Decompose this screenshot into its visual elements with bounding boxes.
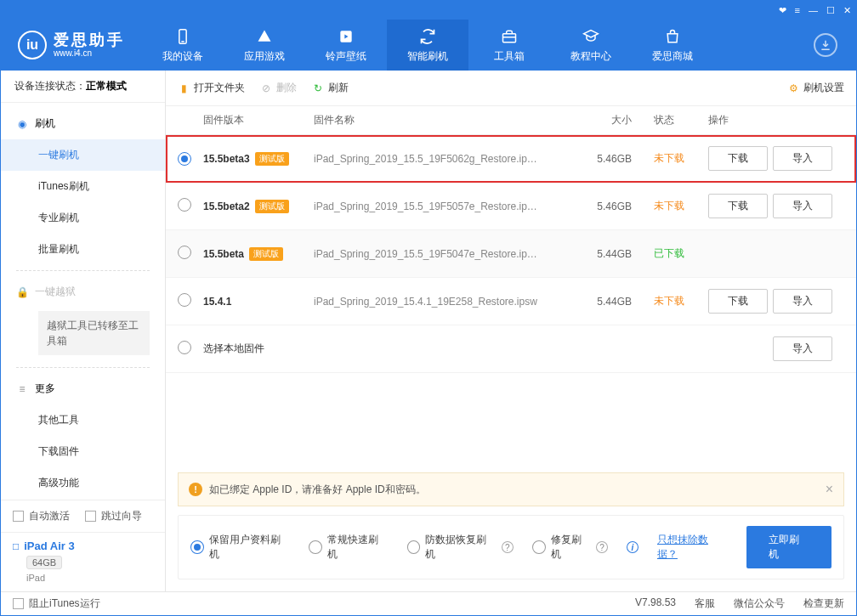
sidebar-jailbreak-header[interactable]: 🔒 一键越狱	[1, 276, 165, 308]
app-logo: iu 爱思助手 www.i4.cn	[1, 31, 142, 59]
local-radio[interactable]	[178, 341, 191, 354]
info-icon[interactable]: i	[627, 541, 638, 553]
minimize-icon[interactable]: —	[809, 5, 818, 15]
device-type: iPad	[26, 573, 153, 583]
sidebar-item-more-2[interactable]: 高级功能	[1, 467, 165, 499]
logo-icon: iu	[18, 31, 47, 59]
firmware-row[interactable]: 15.5beta2测试版iPad_Spring_2019_15.5_19F505…	[166, 183, 856, 230]
lock-icon: 🔒	[16, 286, 28, 298]
radio-icon	[309, 540, 322, 554]
flash-now-button[interactable]: 立即刷机	[746, 526, 831, 568]
apps-icon	[255, 27, 274, 46]
firmware-size: 5.44GB	[581, 296, 640, 308]
gear-icon: ⚙	[787, 82, 799, 94]
version-label: 15.4.1	[203, 296, 231, 308]
sidebar-more-header[interactable]: ≡ 更多	[1, 373, 165, 404]
delete-label: 删除	[276, 81, 297, 95]
version-label: 15.5beta2测试版	[203, 200, 289, 213]
opt-repair-label: 修复刷机	[551, 533, 592, 562]
nav-ring[interactable]: 铃声壁纸	[305, 20, 387, 71]
row-radio[interactable]	[178, 246, 191, 259]
nav-apps[interactable]: 应用游戏	[224, 20, 305, 71]
open-folder-button[interactable]: ▮ 打开文件夹	[178, 81, 245, 95]
flash-icon: ◉	[16, 118, 28, 130]
settings-label: 刷机设置	[803, 81, 844, 95]
table-header: 固件版本 固件名称 大小 状态 操作	[166, 106, 856, 135]
conn-label: 设备连接状态：	[14, 80, 86, 92]
content-area: ▮ 打开文件夹 ⊘ 删除 ↻ 刷新 ⚙ 刷机设置 固件版本 固件名称 大小 状态	[166, 71, 856, 591]
local-firmware-row[interactable]: 选择本地固件 导入	[166, 325, 856, 373]
col-status: 状态	[640, 113, 708, 127]
opt-anti-label: 防数据恢复刷机	[425, 533, 496, 562]
sidebar-flash-header[interactable]: ◉ 刷机	[1, 108, 165, 139]
col-size: 大小	[581, 113, 640, 127]
opt-anti-recovery[interactable]: 防数据恢复刷机?	[407, 533, 514, 562]
sidebar-item-more-1[interactable]: 下载固件	[1, 436, 165, 467]
gift-icon[interactable]: ❤	[779, 5, 786, 16]
status-bar: 阻止iTunes运行 V7.98.53 客服 微信公众号 检查更新	[1, 591, 856, 615]
close-icon[interactable]: ✕	[843, 5, 851, 16]
sidebar-item-more-0[interactable]: 其他工具	[1, 404, 165, 436]
sidebar-item-flash-1[interactable]: iTunes刷机	[1, 171, 165, 202]
download-button[interactable]: 下载	[708, 146, 768, 171]
import-button[interactable]: 导入	[773, 289, 832, 314]
import-button[interactable]: 导入	[773, 336, 832, 361]
firmware-row[interactable]: 15.4.1iPad_Spring_2019_15.4.1_19E258_Res…	[166, 278, 856, 325]
firmware-row[interactable]: 15.5beta3测试版iPad_Spring_2019_15.5_19F506…	[166, 135, 856, 183]
help-icon[interactable]: ?	[502, 541, 514, 553]
skip-guide-checkbox[interactable]	[85, 511, 96, 522]
help-icon[interactable]: ?	[596, 541, 608, 553]
import-button[interactable]: 导入	[773, 194, 832, 218]
maximize-icon[interactable]: ☐	[826, 5, 835, 16]
opt-fast[interactable]: 常规快速刷机	[309, 533, 388, 562]
nav-label: 工具箱	[494, 49, 525, 64]
firmware-status: 未下载	[640, 151, 708, 166]
device-icon	[173, 27, 192, 46]
row-radio[interactable]	[178, 152, 191, 166]
menu-icon[interactable]: ≡	[795, 5, 800, 15]
flash-settings-button[interactable]: ⚙ 刷机设置	[787, 81, 844, 95]
app-header: iu 爱思助手 www.i4.cn 我的设备应用游戏铃声壁纸智能刷机工具箱教程中…	[1, 20, 856, 71]
opt-keep-data[interactable]: 保留用户资料刷机	[190, 533, 290, 562]
opt-repair[interactable]: 修复刷机?	[532, 533, 608, 562]
firmware-row[interactable]: 15.5beta测试版iPad_Spring_2019_15.5_19F5047…	[166, 230, 856, 278]
sidebar-item-flash-0[interactable]: 一键刷机	[1, 139, 165, 171]
sidebar-item-flash-3[interactable]: 批量刷机	[1, 234, 165, 265]
nav-toolbox[interactable]: 工具箱	[468, 20, 550, 71]
auto-activate-label: 自动激活	[29, 509, 70, 523]
version-label: 15.5beta测试版	[203, 247, 283, 261]
toolbox-icon	[500, 27, 519, 46]
erase-link[interactable]: 只想抹除数据？	[657, 533, 728, 562]
flash-header-label: 刷机	[35, 116, 55, 131]
radio-icon	[407, 540, 421, 554]
notice-close-icon[interactable]: ×	[826, 482, 833, 497]
download-manager-icon[interactable]	[814, 33, 837, 57]
block-itunes-label: 阻止iTunes运行	[29, 596, 100, 611]
notice-bar: ! 如已绑定 Apple ID，请准备好 Apple ID和密码。 ×	[178, 472, 844, 506]
toolbar: ▮ 打开文件夹 ⊘ 删除 ↻ 刷新 ⚙ 刷机设置	[166, 71, 856, 106]
firmware-name: iPad_Spring_2019_15.5_19F5057e_Restore.i…	[314, 201, 581, 212]
radio-icon	[190, 540, 204, 554]
block-itunes-checkbox[interactable]	[13, 598, 24, 609]
check-update-link[interactable]: 检查更新	[803, 596, 844, 611]
nav-tutorial[interactable]: 教程中心	[550, 20, 632, 71]
sidebar-item-flash-2[interactable]: 专业刷机	[1, 202, 165, 234]
row-radio[interactable]	[178, 198, 191, 212]
wechat-link[interactable]: 微信公众号	[734, 596, 785, 611]
import-button[interactable]: 导入	[773, 146, 832, 171]
download-button[interactable]: 下载	[708, 194, 768, 218]
nav-label: 应用游戏	[244, 49, 285, 64]
connection-status: 设备连接状态：正常模式	[1, 71, 165, 103]
delete-button[interactable]: ⊘ 删除	[260, 81, 297, 95]
row-radio[interactable]	[178, 293, 191, 307]
nav-flash[interactable]: 智能刷机	[387, 20, 468, 71]
nav-store[interactable]: 爱思商城	[632, 20, 713, 71]
firmware-size: 5.44GB	[581, 248, 640, 260]
auto-activate-row: 自动激活 跳过向导	[1, 500, 165, 532]
nav-device[interactable]: 我的设备	[142, 20, 224, 71]
customer-service-link[interactable]: 客服	[695, 596, 715, 611]
refresh-button[interactable]: ↻ 刷新	[312, 81, 349, 95]
auto-activate-checkbox[interactable]	[13, 511, 24, 522]
download-button[interactable]: 下载	[708, 289, 768, 314]
device-panel[interactable]: iPad Air 3 64GB iPad	[1, 532, 165, 591]
